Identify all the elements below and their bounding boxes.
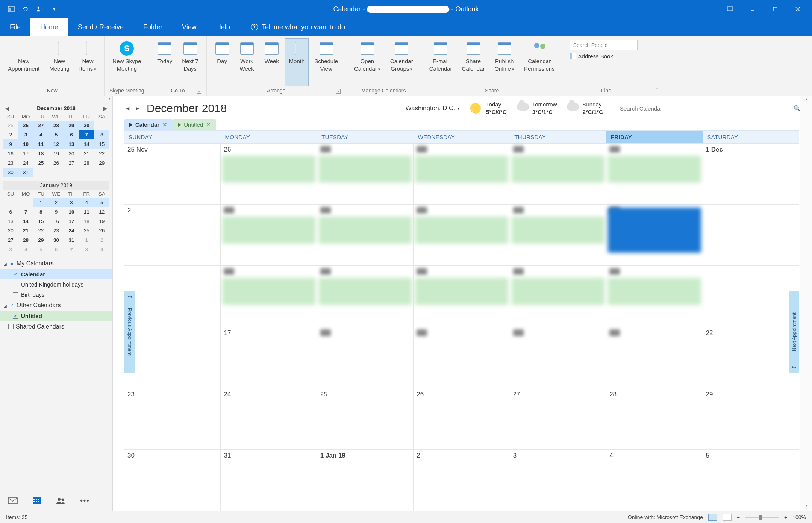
mini-cal-day[interactable]: 27 <box>33 121 48 130</box>
mini-cal-day[interactable]: 27 <box>3 235 18 245</box>
calendar-day-cell[interactable]: 17 <box>221 327 317 388</box>
blurred-event[interactable] <box>512 278 604 305</box>
mini-cal-day[interactable]: 28 <box>79 158 94 168</box>
reading-view-button[interactable] <box>723 514 732 521</box>
blurred-event[interactable] <box>222 278 315 305</box>
publish-online-button[interactable]: Publish Online <box>490 38 518 86</box>
scroll-down-button[interactable]: ▾ <box>800 503 812 511</box>
checkbox-icon[interactable]: ✓ <box>9 303 14 308</box>
mini-cal-day[interactable]: 31 <box>18 168 33 177</box>
calendar-day-cell[interactable]: 1 Dec <box>703 144 799 205</box>
mini-cal-day[interactable]: 20 <box>64 149 79 158</box>
blurred-event[interactable] <box>319 278 412 305</box>
mini-cal-day[interactable]: 29 <box>33 235 48 245</box>
checkbox-icon[interactable]: ■ <box>9 261 14 266</box>
calendar-day-cell[interactable] <box>124 266 221 327</box>
mini-cal-day[interactable]: 8 <box>79 245 94 254</box>
mini-cal-day[interactable]: 25 <box>3 121 18 130</box>
calendar-day-cell[interactable] <box>317 327 414 388</box>
blurred-event[interactable] <box>319 156 412 183</box>
tab-view[interactable]: View <box>172 18 206 36</box>
mini-cal-day[interactable]: 8 <box>33 207 48 217</box>
mini-cal-day[interactable]: 10 <box>18 139 33 149</box>
checkbox-icon[interactable]: ✓ <box>13 314 18 319</box>
open-calendar-button[interactable]: Open Calendar <box>350 38 385 86</box>
mini-cal-day[interactable]: 2 <box>94 235 109 245</box>
mini-cal-day[interactable]: 7 <box>18 207 33 217</box>
mini-cal-day[interactable]: 1 <box>33 198 48 207</box>
mini-cal-day[interactable]: 9 <box>3 139 18 149</box>
blurred-event[interactable] <box>415 278 508 305</box>
weather-day[interactable]: Tomorrow3°C/1°C <box>517 101 557 116</box>
calendar-day-cell[interactable]: 22 <box>703 327 799 388</box>
mini-cal-day[interactable]: 26 <box>48 158 64 168</box>
blurred-event[interactable] <box>512 156 604 183</box>
mini-cal-day[interactable]: 3 <box>3 245 18 254</box>
calendar-day-cell[interactable] <box>606 327 703 388</box>
calendar-day-cell[interactable]: 25 Nov <box>124 144 221 205</box>
people-nav-icon[interactable] <box>56 497 66 505</box>
calendar-day-cell[interactable]: 25 <box>317 388 414 450</box>
mini-cal-day[interactable]: 1 <box>94 121 109 130</box>
mini-cal-day[interactable]: 15 <box>94 139 109 149</box>
calendar-day-cell[interactable]: 2 <box>124 205 221 266</box>
mini-cal-day[interactable]: 21 <box>79 149 94 158</box>
my-calendars-header[interactable]: ■My Calendars <box>0 258 112 269</box>
calendar-day-cell[interactable]: 29 <box>703 388 799 450</box>
mini-cal-day[interactable]: 13 <box>64 139 79 149</box>
calendar-day-cell[interactable] <box>606 266 703 327</box>
month-grid[interactable]: ↤Previous Appointment ↤Next Appointment … <box>124 144 799 511</box>
blurred-event[interactable] <box>608 156 701 183</box>
checkbox-icon[interactable] <box>13 282 18 287</box>
calendar-day-cell[interactable] <box>703 205 799 266</box>
checkbox-icon[interactable] <box>8 324 14 329</box>
vertical-scrollbar[interactable]: ▴ ▾ <box>800 96 812 511</box>
calendar-day-cell[interactable] <box>414 327 510 388</box>
mini-cal-day[interactable]: 23 <box>3 158 18 168</box>
mini-cal-day[interactable]: 4 <box>79 198 94 207</box>
mini-cal-day[interactable]: 25 <box>33 158 48 168</box>
zoom-out-button[interactable]: − <box>737 514 740 520</box>
mini-cal-day[interactable]: 14 <box>18 217 33 226</box>
tab-folder[interactable]: Folder <box>133 18 172 36</box>
mini-cal-day[interactable]: 26 <box>94 226 109 235</box>
ribbon-display-options-icon[interactable] <box>726 5 734 13</box>
calendar-day-cell[interactable] <box>414 205 510 266</box>
calendar-day-cell[interactable] <box>606 205 703 266</box>
tab-send-receive[interactable]: Send / Receive <box>68 18 133 36</box>
calendar-nav-icon[interactable] <box>32 497 42 505</box>
new-items-button[interactable]: New Items <box>75 38 101 86</box>
mini-cal-day[interactable]: 18 <box>33 149 48 158</box>
mini-cal-day[interactable]: 21 <box>18 226 33 235</box>
blurred-event-selected[interactable] <box>608 208 701 253</box>
undo-icon[interactable] <box>22 5 29 13</box>
blurred-event[interactable] <box>608 278 701 305</box>
weather-city-dropdown[interactable]: Washington, D.C.▾ <box>406 105 460 112</box>
mini-cal-day[interactable]: 26 <box>18 121 33 130</box>
search-calendar-box[interactable]: 🔍 <box>617 103 804 114</box>
mini-cal-day[interactable]: 11 <box>79 207 94 217</box>
mini-cal-day[interactable]: 3 <box>18 130 33 139</box>
month-view-button[interactable]: Month <box>285 38 309 86</box>
mini-cal-day[interactable]: 19 <box>94 217 109 226</box>
maximize-icon[interactable] <box>771 5 779 13</box>
mini-cal-day[interactable]: 6 <box>64 130 79 139</box>
mini-cal-day[interactable]: 5 <box>33 245 48 254</box>
mini-cal-day[interactable]: 8 <box>94 130 109 139</box>
blurred-event[interactable] <box>222 217 315 244</box>
user-dropdown-icon[interactable] <box>36 5 44 13</box>
mini-cal-day[interactable]: 2 <box>3 130 18 139</box>
calendar-day-cell[interactable]: 26 <box>414 388 510 450</box>
mini-cal-day[interactable]: 12 <box>94 207 109 217</box>
tab-file[interactable]: File <box>0 18 30 36</box>
calendar-day-cell[interactable]: 26 <box>221 144 317 205</box>
blurred-event[interactable] <box>512 217 604 244</box>
today-button[interactable]: Today <box>153 38 176 86</box>
zoom-level[interactable]: 100% <box>792 514 806 520</box>
mini-cal-day[interactable]: 28 <box>18 235 33 245</box>
mini-cal-day[interactable]: 16 <box>48 217 64 226</box>
next-month-button[interactable]: ▶ <box>103 105 107 111</box>
zoom-in-button[interactable]: + <box>784 514 787 520</box>
tab-help[interactable]: Help <box>206 18 240 36</box>
next-7-days-button[interactable]: Next 7 Days <box>178 38 202 86</box>
